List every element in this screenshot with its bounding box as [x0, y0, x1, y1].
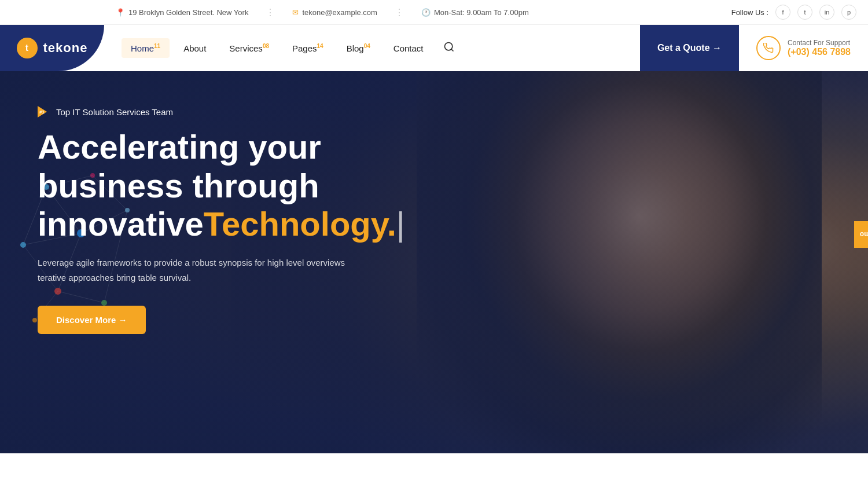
- hero-description: Leverage agile frameworks to provide a r…: [38, 255, 350, 285]
- linkedin-icon[interactable]: in: [819, 5, 834, 20]
- divider1: ⋮: [266, 7, 275, 18]
- badge-number: #1: [39, 109, 45, 115]
- hero-badge: #1 Top IT Solution Services Team: [38, 106, 405, 118]
- location-icon: 📍: [116, 8, 125, 17]
- contact-info: Contact For Support (+03) 456 7898: [788, 39, 851, 57]
- top-bar: 📍 19 Broklyn Golden Street. New York ⋮ ✉…: [0, 0, 868, 25]
- divider2: ⋮: [395, 7, 404, 18]
- hours-text: Mon-Sat: 9.00am To 7.00pm: [434, 8, 529, 17]
- social-area: Follow Us : f t in p: [731, 5, 856, 20]
- follow-label: Follow Us :: [731, 8, 768, 17]
- contact-support-label: Contact For Support: [788, 39, 851, 47]
- svg-point-0: [444, 42, 452, 50]
- hero-title: Accelerating your business through innov…: [38, 128, 405, 244]
- get-quote-button[interactable]: Get a Quote →: [640, 25, 739, 71]
- badge-text: Top IT Solution Services Team: [56, 107, 173, 117]
- nav-home[interactable]: Home11: [122, 38, 170, 58]
- clock-icon: 🕐: [421, 8, 431, 17]
- hero-title-line3-plain: innovative: [38, 205, 204, 243]
- contact-phone-number: (+03) 456 7898: [788, 47, 851, 57]
- header: t tekone Home11 About Services08 Pages14…: [0, 25, 868, 71]
- discover-more-button[interactable]: Discover More →: [38, 306, 146, 334]
- logo-icon: t: [17, 38, 38, 58]
- cursor-icon: |: [396, 205, 405, 243]
- email-item: ✉ tekone@example.com: [292, 8, 377, 17]
- email-text: tekone@example.com: [302, 8, 377, 17]
- email-icon: ✉: [292, 8, 299, 17]
- twitter-icon[interactable]: t: [797, 5, 812, 20]
- logo-area[interactable]: t tekone: [0, 25, 104, 71]
- address-item: 📍 19 Broklyn Golden Street. New York: [116, 8, 248, 17]
- nav-contact[interactable]: Contact: [384, 39, 433, 58]
- hours-item: 🕐 Mon-Sat: 9.00am To 7.00pm: [421, 8, 529, 17]
- svg-line-1: [451, 49, 453, 51]
- logo-name: tekone: [43, 41, 88, 56]
- address-text: 19 Broklyn Golden Street. New York: [128, 8, 248, 17]
- nav-services[interactable]: Services08: [220, 38, 278, 58]
- hero-section: #1 Top IT Solution Services Team Acceler…: [0, 71, 868, 453]
- hero-title-line2: business through: [38, 167, 319, 204]
- logo-letter: t: [25, 43, 28, 53]
- hero-content: #1 Top IT Solution Services Team Acceler…: [38, 106, 405, 334]
- svg-point-13: [20, 242, 26, 248]
- hero-title-line1: Accelerating your: [38, 128, 321, 166]
- contact-support: Contact For Support (+03) 456 7898: [739, 36, 868, 60]
- search-icon[interactable]: [443, 41, 455, 56]
- pinterest-icon[interactable]: p: [841, 5, 856, 20]
- main-nav: Home11 About Services08 Pages14 Blog04 C…: [104, 38, 640, 58]
- discover-more-label: Discover More →: [56, 315, 127, 325]
- hero-title-orange: Technology.: [204, 205, 396, 243]
- dark-demo-label: Dark Demo: [860, 230, 868, 239]
- phone-icon: [756, 36, 781, 60]
- get-quote-label: Get a Quote →: [657, 43, 722, 53]
- dark-demo-button[interactable]: 🌙 Dark Demo: [854, 221, 868, 248]
- facebook-icon[interactable]: f: [775, 5, 790, 20]
- nav-about[interactable]: About: [174, 39, 215, 58]
- nav-blog[interactable]: Blog04: [337, 38, 380, 58]
- nav-pages[interactable]: Pages14: [283, 38, 333, 58]
